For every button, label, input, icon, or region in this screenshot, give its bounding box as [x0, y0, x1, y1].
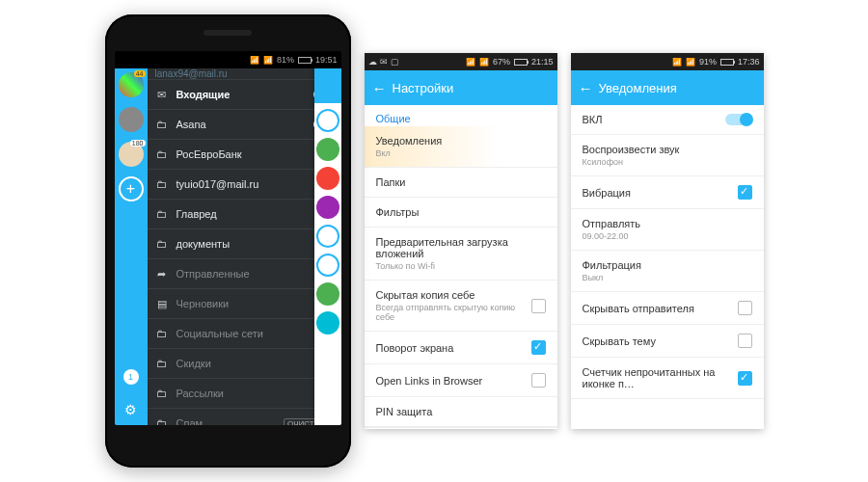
notif-row[interactable]: Счетчик непрочитанных на иконке п… [571, 358, 764, 398]
inbox-peek [314, 68, 341, 425]
row-subtitle: Вкл [376, 148, 443, 158]
avatar[interactable] [119, 107, 144, 132]
folder-item[interactable]: 🗀Asana11 [148, 109, 341, 139]
row-label: Поворот экрана [376, 342, 454, 354]
avatar[interactable]: 44 [119, 72, 144, 97]
notif-row[interactable]: Скрывать отправителя [571, 292, 764, 324]
settings-row[interactable]: Скрытая копия себеВсегда отправлять скры… [365, 281, 557, 331]
row-label: PIN защита [376, 406, 433, 417]
mail-icon: ✉ [380, 57, 388, 67]
account-rail: 44 180 + 1 ⚙ [115, 68, 148, 425]
row-label: Вибрация [583, 187, 631, 199]
settings-row[interactable]: Фильтры [365, 198, 557, 227]
notifications-panel: 📶 📶 91% 17:36 ← Уведомления ВКЛВоспроизв… [571, 53, 764, 429]
app-bar: ← Настройки [365, 70, 557, 105]
row-label: Уведомления [376, 135, 443, 147]
folder-item[interactable]: 🗀Социальные сети [148, 318, 341, 348]
folder-icon: ➦ [155, 268, 169, 281]
checkbox[interactable] [738, 301, 752, 315]
notif-row[interactable]: Воспроизвести звукКсилофон [571, 135, 764, 175]
screen: 📶 📶 81% 19:51 44 180 + 1 ⚙ lanax94@mail.… [115, 51, 341, 425]
notif-row[interactable]: ФильтрацияВыкл [571, 251, 764, 291]
notif-row[interactable]: Вибрация [571, 176, 764, 208]
folder-label: Входящие [176, 89, 231, 100]
settings-row[interactable]: Предварительная загрузка вложенийТолько … [365, 228, 557, 280]
settings-row[interactable]: Open Links in Browser [365, 364, 557, 396]
folder-label: Asana [176, 119, 206, 130]
row-label: Скрывать отправителя [583, 303, 694, 314]
folder-item[interactable]: 🗀документы [148, 228, 341, 258]
folder-item[interactable]: ➦Отправленные [148, 258, 341, 288]
checkbox[interactable] [531, 340, 546, 355]
status-bar: ☁✉▢ 📶 📶 67% 21:15 [365, 53, 557, 70]
row-label: Счетчик непрочитанных на иконке п… [583, 366, 716, 389]
notif-row[interactable]: ВКЛ [571, 105, 764, 134]
toggle-switch[interactable] [725, 114, 752, 125]
back-icon[interactable]: ← [372, 80, 387, 96]
row-label: Отправлять [583, 218, 641, 229]
gear-icon[interactable]: ⚙ [124, 402, 137, 417]
folder-icon: 🗀 [155, 208, 169, 220]
folder-label: Социальные сети [176, 328, 263, 339]
settings-row[interactable]: Папки [365, 168, 557, 197]
folder-item[interactable]: ▤Черновики [148, 288, 341, 318]
folder-label: Спам [176, 417, 203, 425]
notif-count[interactable]: 1 [123, 369, 139, 385]
account-row[interactable]: lanax94@mail.ru ⌄ [148, 68, 341, 79]
back-icon[interactable]: ← [579, 80, 593, 96]
signal-icon: 📶 [672, 58, 682, 67]
row-label: Фильтры [376, 206, 420, 218]
folder-label: Отправленные [176, 268, 250, 280]
folder-item[interactable]: 🗀СпамОЧИСТИТЬ [148, 408, 341, 425]
folder-icon: 🗀 [155, 148, 169, 160]
checkbox[interactable] [531, 299, 546, 313]
battery-icon [298, 57, 312, 64]
folder-item[interactable]: 🗀Рассылки1 [148, 378, 341, 408]
image-icon: ▢ [391, 57, 399, 67]
folder-icon: 🗀 [155, 178, 169, 190]
row-label: Скрывать тему [583, 335, 656, 347]
folder-icon: 🗀 [155, 238, 169, 250]
row-label: Фильтрация [583, 259, 641, 271]
status-bar: 📶 📶 91% 17:36 [571, 53, 764, 70]
notif-row[interactable]: Скрывать тему [571, 325, 764, 357]
row-label: Скрытая копия себе [376, 289, 475, 301]
folder-item[interactable]: 🗀Скидки3 [148, 348, 341, 378]
page-title: Уведомления [599, 81, 677, 95]
checkbox[interactable] [738, 371, 752, 386]
folder-item[interactable]: ✉Входящие22 [148, 79, 341, 109]
battery-icon [720, 59, 734, 66]
folder-label: РосЕвроБанк [176, 148, 242, 160]
folder-item[interactable]: 🗀Главред2 [148, 199, 341, 228]
row-label: Папки [376, 176, 406, 188]
row-subtitle: 09.00-22.00 [583, 231, 641, 241]
folder-icon: ▤ [155, 298, 169, 310]
folder-list: lanax94@mail.ru ⌄ ✉Входящие22🗀Asana11🗀Ро… [148, 68, 341, 425]
folder-label: документы [176, 238, 231, 250]
row-subtitle: Только по Wi-fi [376, 261, 546, 271]
notif-list[interactable]: ВКЛВоспроизвести звукКсилофонВибрацияОтп… [571, 105, 764, 429]
avatar[interactable]: 180 [119, 142, 144, 167]
settings-row[interactable]: Поворот экрана [365, 332, 557, 363]
folder-item[interactable]: 🗀РосЕвроБанк [148, 139, 341, 169]
folder-label: tyuio017@mail.ru [176, 178, 259, 190]
clock: 17:36 [738, 57, 760, 67]
settings-list[interactable]: Общие УведомленияВклПапкиФильтрыПредвари… [365, 105, 557, 429]
row-label: ВКЛ [583, 114, 603, 125]
phone-frame: 📶 📶 81% 19:51 44 180 + 1 ⚙ lanax94@mail.… [105, 14, 351, 468]
settings-row[interactable]: УведомленияВкл [365, 126, 557, 167]
checkbox[interactable] [738, 334, 752, 348]
row-subtitle: Всегда отправлять скрытую копию себе [376, 303, 531, 322]
battery-text: 81% [277, 55, 294, 65]
signal-icon: 📶 [263, 56, 273, 65]
add-account-button[interactable]: + [119, 176, 144, 201]
folder-item[interactable]: 🗀tyuio017@mail.ru3 [148, 169, 341, 199]
folder-icon: 🗀 [155, 417, 169, 425]
notif-row[interactable]: Отправлять09.00-22.00 [571, 209, 764, 250]
settings-row[interactable]: PIN защита [365, 397, 557, 426]
signal-icon: 📶 [686, 58, 695, 67]
checkbox[interactable] [738, 185, 752, 200]
folder-icon: 🗀 [155, 358, 169, 369]
checkbox[interactable] [531, 373, 546, 388]
folder-icon: ✉ [155, 89, 169, 101]
